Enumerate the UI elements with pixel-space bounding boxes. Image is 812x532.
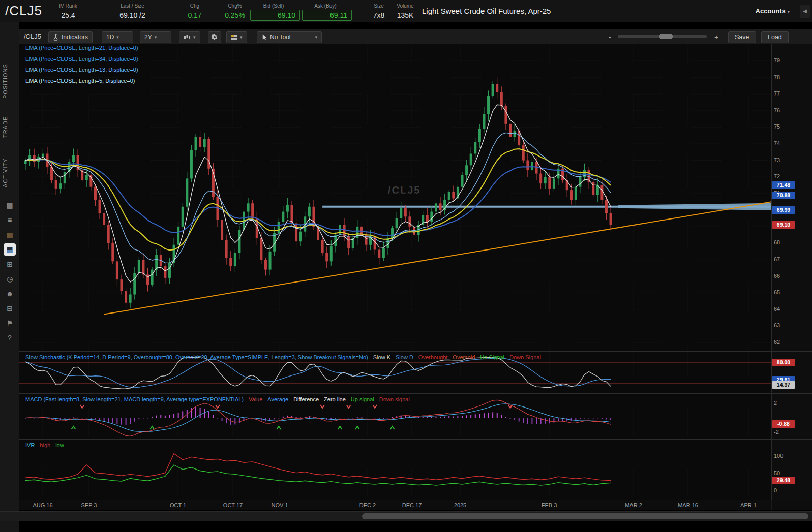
chevron-down-icon: ▾ [116, 32, 119, 43]
timeframe-label: 1D [106, 32, 114, 43]
flask-icon [53, 34, 59, 41]
save-button[interactable]: Save [728, 31, 756, 43]
instrument-title: Light Sweet Crude Oil Futures, Apr-25 [422, 7, 551, 15]
app-root: /CLJ5 IV Rank25.4Last / Size69.10 /2Chg0… [0, 0, 812, 532]
header-field-label: Ask (Buy) [302, 3, 349, 9]
sidebar-tab-positions[interactable]: POSITIONS [2, 56, 15, 107]
people-icon[interactable]: ☻ [4, 288, 16, 300]
flag-icon[interactable]: ⚑ [4, 317, 16, 329]
header-field-label: Chg% [218, 3, 252, 9]
collapse-panel-button[interactable]: ◀ [800, 5, 810, 18]
help-icon[interactable]: ? [4, 332, 16, 344]
load-button[interactable]: Load [761, 31, 789, 43]
drawing-tool-dropdown[interactable]: No Tool ▾ [257, 31, 322, 43]
range-dropdown[interactable]: 2Y ▾ [140, 31, 171, 43]
chevron-left-icon: ◀ [803, 8, 807, 14]
quote-box[interactable]: 69.10 [250, 10, 300, 21]
candlestick-style-icon [184, 34, 191, 40]
chart-settings-button[interactable] [208, 31, 221, 43]
toolbar-symbol: /CLJ5 [24, 33, 41, 40]
header-field-value: 69.10 /2 [98, 11, 167, 19]
monitor-icon[interactable]: ▤ [4, 199, 16, 211]
gear-icon [211, 34, 218, 41]
zoom-slider-track[interactable] [618, 35, 707, 38]
chevron-down-icon: ▾ [787, 9, 790, 14]
price-axis-background[interactable] [771, 44, 812, 500]
chart-toolbar: /CLJ5 Indicators 1D ▾ 2Y ▾ ▾ ▾ [19, 29, 812, 45]
sidebar-tab-activity[interactable]: ACTIVITY [2, 150, 15, 195]
indicators-label: Indicators [62, 32, 88, 43]
chevron-down-icon: ▾ [240, 32, 243, 43]
chart-scrollbar[interactable] [0, 511, 812, 521]
header-field-label: Bid (Sell) [250, 3, 297, 9]
header-field-label: Volume [390, 3, 420, 9]
archive-icon[interactable]: ⊟ [4, 302, 16, 315]
header-field-value: 0.25% [218, 11, 252, 19]
chevron-down-icon: ▾ [315, 32, 317, 43]
accounts-label: Accounts [756, 7, 786, 15]
indicators-button[interactable]: Indicators [48, 31, 93, 43]
chevron-down-icon: ▾ [193, 32, 196, 43]
grid-layout-dropdown[interactable]: ▾ [226, 31, 247, 43]
header: /CLJ5 IV Rank25.4Last / Size69.10 /2Chg0… [0, 0, 812, 22]
chart-watermark: /CLJ5 [388, 184, 420, 196]
header-field-label: IV Rank [50, 3, 86, 9]
clock-icon[interactable]: ◷ [4, 273, 16, 285]
header-field-label: Size [367, 3, 390, 9]
left-sidebar: POSITIONSTRADEACTIVITY▤≡▥▦⊞◷☻⊟⚑? [0, 22, 19, 532]
header-field-label: Chg [179, 3, 210, 9]
grid-layout-icon [231, 34, 237, 41]
quote-box[interactable]: 69.11 [302, 10, 352, 21]
chart-icon[interactable]: ▦ [4, 243, 16, 256]
list-icon[interactable]: ≡ [4, 214, 16, 226]
accounts-dropdown[interactable]: Accounts ▾ [756, 7, 790, 15]
header-fields: IV Rank25.4Last / Size69.10 /2Chg0.17Chg… [0, 0, 417, 22]
chart-plot-background[interactable] [19, 44, 771, 500]
zoom-in-button[interactable]: + [714, 33, 718, 41]
chevron-down-icon: ▾ [155, 32, 157, 43]
header-field-value: 0.17 [179, 11, 210, 19]
sidebar-tab-trade[interactable]: TRADE [2, 110, 15, 144]
time-axis-background [19, 500, 812, 510]
range-label: 2Y [144, 32, 152, 43]
cursor-icon [261, 34, 267, 41]
timeframe-dropdown[interactable]: 1D ▾ [102, 31, 133, 43]
header-field-value: 25.4 [50, 11, 86, 19]
header-field-value: 7x8 [367, 11, 390, 19]
header-field-label: Last / Size [98, 3, 167, 9]
tool-label: No Tool [270, 32, 290, 43]
zoom-out-button[interactable]: - [609, 33, 611, 41]
orders-icon[interactable]: ▥ [4, 229, 16, 241]
grid-icon[interactable]: ⊞ [4, 258, 16, 270]
chart-style-dropdown[interactable]: ▾ [179, 31, 200, 43]
scrollbar-handle[interactable] [362, 513, 808, 519]
zoom-slider-handle[interactable] [659, 34, 673, 39]
header-field-value: 135K [390, 11, 420, 19]
